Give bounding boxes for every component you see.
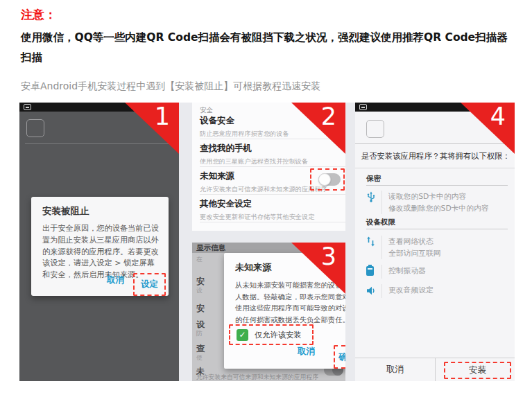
step3-phone-screenshot: 显示信息 在 安 设 安 设 防 查 使 未 允许安装来自可信来源和未知来源的应… <box>192 243 345 381</box>
step-corner-ribbon: 4 <box>461 103 515 154</box>
divider <box>381 191 382 214</box>
divider <box>355 168 515 168</box>
dimmed-fragment: 防 <box>196 330 203 338</box>
item-subtitle: 防止恶意应用程序损害您的设备 <box>200 130 340 139</box>
permission-row-vibration: 控制振动器 <box>366 265 509 279</box>
divider <box>366 185 508 186</box>
highlight-box: ✓ 仅允许该安装 <box>229 324 314 345</box>
app-icon-placeholder <box>366 120 384 138</box>
permission-text: 读取您的SD卡中的内容 <box>388 191 489 202</box>
divider <box>381 265 382 279</box>
network-arrows-icon <box>366 236 381 259</box>
dimmed-fragment: 设 <box>196 287 203 295</box>
cancel-button[interactable]: 取消 <box>298 346 315 358</box>
dimmed-fragment: 在 <box>196 256 203 264</box>
step-number: 4 <box>490 103 506 130</box>
dimmed-fragment: 使 <box>196 354 203 362</box>
permission-row-storage: 读取您的SD卡中的内容 修改或删除您的SD卡中的内容 <box>366 191 509 214</box>
cancel-button[interactable]: 取消 <box>107 274 124 286</box>
permission-text: 查看网络状态 <box>388 236 441 247</box>
item-title: 其他安全设定 <box>200 198 340 210</box>
divider <box>25 143 173 144</box>
dimmed-fragment: 设 <box>196 319 205 331</box>
item-subtitle: 使用您的三星账户远程查找并控制设备 <box>200 157 340 166</box>
step-number: 1 <box>155 103 170 130</box>
divider <box>381 284 382 298</box>
cancel-button[interactable]: 取消 <box>355 358 435 381</box>
step-number: 2 <box>321 103 336 130</box>
confirm-button[interactable]: 确定 <box>338 351 345 363</box>
screen-title: 安全 <box>200 106 213 115</box>
permission-row-audio: 更改音频设定 <box>366 284 509 298</box>
step-number: 3 <box>321 243 336 270</box>
divider <box>200 194 345 195</box>
dimmed-fragment: 安 <box>196 303 205 315</box>
battery-icon <box>366 265 381 279</box>
step1-phone-screenshot: 1 4G 7: 安装被阻止 出于安全原因，您的设备当前已设置为阻止安装从三星应用… <box>19 103 179 381</box>
dimmed-fragment: 安 <box>196 276 205 288</box>
divider <box>200 222 345 222</box>
step2-phone-screenshot: 安全 设备安全 防止恶意应用程序损害您的设备 查找我的手机 使用您的三星账户远程… <box>192 103 345 231</box>
tutorial-subtitle: 安卓Android手机安装过程中遇到【安装被阻止】可根据教程迅速安装 <box>21 80 320 93</box>
checkbox-checked-icon[interactable]: ✓ <box>237 329 248 341</box>
divider <box>200 166 345 167</box>
divider <box>381 236 382 259</box>
divider <box>200 139 345 139</box>
app-icon-placeholder <box>26 119 44 137</box>
dialog-body: 从未知来源安装可能损害您的设备和个人数据。轻敲确定，即表示您同意对因使用这些应用… <box>235 279 345 326</box>
divider <box>435 358 436 381</box>
permission-text: 全部访问互联网 <box>388 247 441 259</box>
item-subtitle: 更改安全更新和证书存储等其他安全设定 <box>200 213 340 222</box>
step4-phone-screenshot: 1 4G 7: 是否安装该应用程序？其将拥有以下权限： 保密 <box>355 103 515 381</box>
dimmed-header-text: 显示信息 <box>196 243 225 253</box>
dialog-title: 安装被阻止 <box>42 205 89 218</box>
speaker-icon <box>366 284 381 298</box>
item-title: 查找我的手机 <box>200 143 340 155</box>
settings-item-find-my-phone[interactable]: 查找我的手机 使用您的三星账户远程查找并控制设备 <box>200 143 340 166</box>
permission-row-network: 查看网络状态 全部访问互联网 <box>366 236 509 259</box>
sd-card-icon <box>359 104 367 110</box>
sd-card-icon <box>24 104 31 110</box>
divider <box>355 143 515 144</box>
highlight-box: 设定 <box>133 273 166 296</box>
highlight-box <box>310 168 345 191</box>
settings-item-other-security[interactable]: 其他安全设定 更改安全更新和证书存储等其他安全设定 <box>200 198 340 222</box>
warning-text: 使用微信，QQ等一些内建QR Code扫描会有被阻挡下载之状况，强烈建议使用推荐… <box>21 28 516 67</box>
permission-text: 更改音频设定 <box>388 284 434 296</box>
install-button[interactable]: 安装 <box>469 365 486 376</box>
dialog-title: 未知来源 <box>235 261 271 274</box>
divider <box>366 229 508 229</box>
permission-text: 修改或删除您的SD卡中的内容 <box>388 202 489 214</box>
install-prompt: 是否安装该应用程序？其将拥有以下权限： <box>361 151 510 161</box>
highlight-box: 安装 <box>444 362 511 379</box>
usb-icon <box>366 191 381 214</box>
settings-button[interactable]: 设定 <box>141 279 158 290</box>
section-title-privacy: 保密 <box>366 174 381 184</box>
permission-text: 控制振动器 <box>388 265 426 276</box>
dimmed-fragment: 查 <box>196 343 205 355</box>
dimmed-subtitle-line: 允许安装来自可信来源和未知来源的应用程序 <box>196 374 318 381</box>
install-blocked-dialog: 安装被阻止 出于安全原因，您的设备当前已设置为阻止安装从三星应用商店以外的来源获… <box>31 197 169 296</box>
screenshot-strip: 1 4G 7: 安装被阻止 出于安全原因，您的设备当前已设置为阻止安装从三星应用… <box>19 103 515 381</box>
highlight-box: 确定 <box>334 345 345 369</box>
checkbox-label: 仅允许该安装 <box>255 330 302 340</box>
warning-label: 注意： <box>21 7 56 23</box>
section-title-device: 设备权限 <box>366 218 395 227</box>
tutorial-page: 注意： 使用微信，QQ等一些内建QR Code扫描会有被阻挡下载之状况，强烈建议… <box>0 0 532 395</box>
